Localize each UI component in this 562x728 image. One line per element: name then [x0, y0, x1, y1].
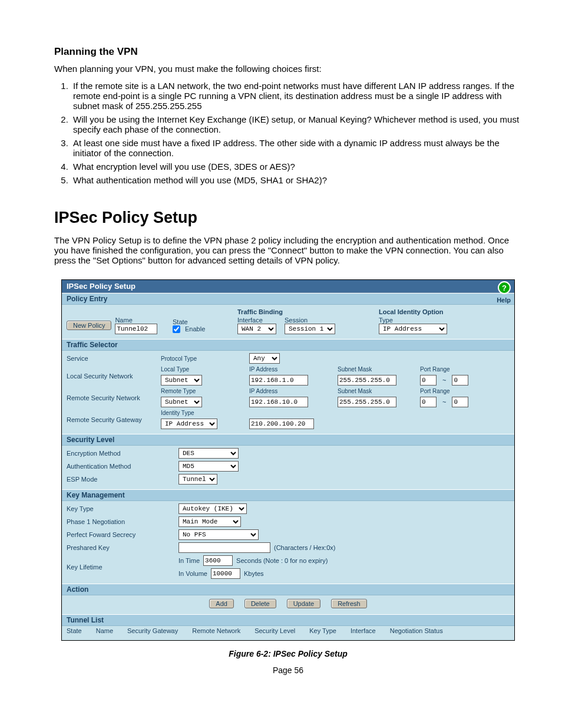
service-label: Service — [67, 355, 161, 362]
tunnel-col-negstatus: Negotiation Status — [390, 627, 443, 634]
panel-title: IPSec Policy Setup — [67, 282, 135, 291]
local-type-select[interactable]: Subnet — [161, 375, 202, 386]
in-volume-label: In Volume — [178, 570, 207, 577]
local-port-b-input[interactable] — [452, 375, 468, 386]
type-label: Type — [379, 317, 497, 324]
update-button[interactable]: Update — [287, 599, 320, 608]
tunnel-col-gateway: Security Gateway — [127, 627, 178, 634]
tunnel-col-keytype: Key Type — [309, 627, 336, 634]
tunnel-col-seclevel: Security Level — [254, 627, 295, 634]
help-icon[interactable]: ? — [498, 281, 511, 294]
ipsec-heading: IPSec Policy Setup — [54, 209, 522, 227]
gateway-ip-input[interactable] — [249, 419, 314, 429]
list-item: At least one side must have a fixed IP a… — [71, 138, 522, 158]
in-volume-unit: Kbytes — [244, 570, 264, 577]
enable-label: Enable — [185, 325, 205, 332]
session-label: Session — [285, 317, 379, 324]
enable-checkbox[interactable] — [173, 325, 180, 333]
section-policy-entry: Policy Entry — [62, 293, 514, 305]
key-lifetime-label: Key Lifetime — [67, 564, 178, 571]
in-volume-input[interactable] — [211, 568, 240, 579]
remote-mask-label: Subnet Mask — [338, 388, 420, 394]
local-ip-input[interactable] — [249, 375, 308, 386]
local-port-a-input[interactable] — [420, 375, 437, 386]
remote-ip-label: IP Address — [249, 388, 338, 394]
remote-type-select[interactable]: Subnet — [161, 397, 202, 407]
tunnel-col-remote: Remote Network — [192, 627, 240, 634]
local-network-label: Local Security Network — [67, 373, 161, 380]
help-label: Help — [497, 297, 511, 304]
list-item: If the remote site is a LAN network, the… — [71, 81, 522, 111]
state-label: State — [173, 318, 237, 325]
section-action: Action — [62, 584, 514, 595]
psk-label: Preshared Key — [67, 544, 178, 551]
traffic-binding-group: Traffic Binding — [237, 308, 379, 315]
policy-name-input[interactable] — [115, 324, 157, 334]
in-time-unit: Seconds (Note : 0 for no expiry) — [236, 557, 328, 564]
planning-list: If the remote site is a LAN network, the… — [54, 81, 522, 185]
tunnel-col-name: Name — [96, 627, 113, 634]
psk-input[interactable] — [178, 542, 270, 553]
pfs-label: Perfect Foward Secrecy — [67, 531, 178, 538]
local-port-label: Port Range — [420, 366, 491, 373]
phase1-select[interactable]: Main Mode — [178, 516, 241, 527]
section-traffic-selector: Traffic Selector — [62, 339, 514, 351]
interface-select[interactable]: WAN 2 — [237, 324, 276, 334]
local-ip-label: IP Address — [249, 366, 338, 373]
list-item: What encryption level will you use (DES,… — [71, 162, 522, 172]
planning-heading: Planning the VPN — [54, 46, 522, 58]
tunnel-col-interface: Interface — [351, 627, 376, 634]
auth-method-select[interactable]: MD5 — [178, 461, 239, 472]
encryption-label: Encryption Method — [67, 450, 178, 457]
section-security-level: Security Level — [62, 434, 514, 446]
local-mask-label: Subnet Mask — [338, 366, 420, 373]
list-item: Will you be using the Internet Key Excha… — [71, 114, 522, 134]
remote-gateway-label: Remote Security Gateway — [67, 416, 161, 423]
interface-label: Interface — [237, 317, 285, 324]
name-label: Name — [115, 317, 157, 324]
phase1-label: Phase 1 Negotiation — [67, 518, 178, 525]
ipsec-policy-screenshot: IPSec Policy Setup ? Help Policy Entry T… — [61, 279, 515, 641]
tunnel-col-state: State — [67, 627, 82, 634]
esp-mode-select[interactable]: Tunnel — [178, 474, 217, 485]
pfs-select[interactable]: No PFS — [178, 529, 259, 540]
identity-type-label: Identity Type — [161, 410, 249, 416]
remote-port-b-input[interactable] — [452, 397, 468, 407]
auth-method-label: Authentication Method — [67, 463, 178, 470]
esp-mode-label: ESP Mode — [67, 476, 178, 483]
page-number: Page 56 — [54, 666, 522, 675]
local-mask-input[interactable] — [338, 375, 396, 386]
remote-mask-input[interactable] — [338, 397, 396, 407]
key-type-select[interactable]: Autokey (IKE) — [178, 503, 247, 514]
new-policy-button[interactable]: New Policy — [67, 321, 111, 330]
section-key-management: Key Management — [62, 489, 514, 501]
remote-port-a-input[interactable] — [420, 397, 437, 407]
encryption-select[interactable]: DES — [178, 448, 239, 459]
protocol-type-label: Protocol Type — [161, 355, 249, 362]
refresh-button[interactable]: Refresh — [331, 599, 367, 608]
session-select[interactable]: Session 1 — [285, 324, 335, 334]
ipsec-desc: The VPN Policy Setup is to define the VP… — [54, 235, 522, 265]
protocol-type-select[interactable]: Any — [249, 353, 280, 364]
section-tunnel-list: Tunnel List — [62, 614, 514, 626]
remote-network-label: Remote Security Network — [67, 394, 161, 401]
list-item: What authentication method will you use … — [71, 175, 522, 185]
local-type-label: Local Type — [161, 366, 249, 373]
in-time-label: In Time — [178, 557, 200, 564]
remote-port-label: Port Range — [420, 388, 491, 394]
key-type-label: Key Type — [67, 505, 178, 512]
remote-ip-input[interactable] — [249, 397, 308, 407]
remote-type-label: Remote Type — [161, 388, 249, 394]
gateway-identity-select[interactable]: IP Address — [161, 419, 217, 429]
delete-button[interactable]: Delete — [244, 599, 276, 608]
figure-caption: Figure 6-2: IPSec Policy Setup — [54, 649, 522, 658]
planning-intro: When planning your VPN, you must make th… — [54, 64, 522, 74]
add-button[interactable]: Add — [209, 599, 234, 608]
identity-type-select[interactable]: IP Address — [379, 324, 447, 334]
psk-note: (Characters / Hex:0x) — [274, 544, 336, 551]
local-identity-group: Local Identity Option — [379, 308, 497, 315]
in-time-input[interactable] — [203, 555, 233, 566]
